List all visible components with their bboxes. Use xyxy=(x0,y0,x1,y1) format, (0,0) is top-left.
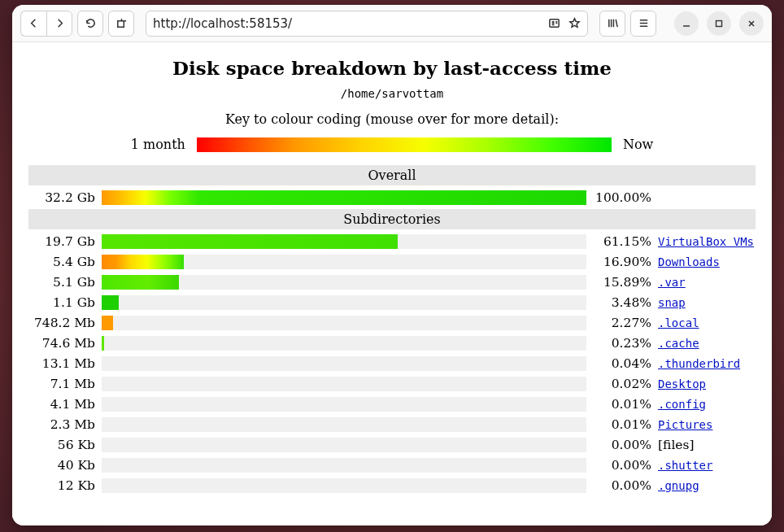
forward-button[interactable] xyxy=(46,11,72,37)
subdir-link[interactable]: Downloads xyxy=(658,255,720,268)
reload-button[interactable] xyxy=(77,11,103,37)
library-button[interactable] xyxy=(599,11,625,37)
new-tab-icon xyxy=(115,17,128,29)
subdir-link[interactable]: VirtualBox VMs xyxy=(658,235,754,248)
subdir-name: [files] xyxy=(658,438,695,452)
table-row: 5.1 Gb15.89%.var xyxy=(28,272,756,292)
size-cell: 1.1 Gb xyxy=(28,295,95,310)
table-row: 5.4 Gb16.90%Downloads xyxy=(28,251,756,272)
subdir-link[interactable]: .cache xyxy=(658,337,699,350)
bar-cell[interactable] xyxy=(102,397,586,412)
bookmark-star-icon[interactable] xyxy=(568,17,581,29)
bar-cell[interactable] xyxy=(102,417,586,432)
app-menu-button[interactable] xyxy=(630,11,656,37)
library-icon xyxy=(607,17,619,29)
overall-bar-fill xyxy=(102,190,586,205)
subdir-link[interactable]: .local xyxy=(658,316,699,329)
subdir-link[interactable]: Desktop xyxy=(658,377,706,390)
bar-fill xyxy=(102,275,179,290)
subdir-link[interactable]: .gnupg xyxy=(658,479,699,492)
minimize-icon xyxy=(682,19,691,28)
subdir-rows: 19.7 Gb61.15%VirtualBox VMs5.4 Gb16.90%D… xyxy=(28,231,756,495)
table-row: 7.1 Mb0.02%Desktop xyxy=(28,373,756,394)
subdir-link[interactable]: .thunderbird xyxy=(658,357,740,370)
bar-fill xyxy=(102,255,184,269)
size-cell: 40 Kb xyxy=(28,458,95,473)
percent-cell: 0.00% xyxy=(593,478,651,493)
bar-cell[interactable] xyxy=(102,438,586,452)
nav-group xyxy=(20,11,72,37)
url-bar[interactable]: http://localhost:58153/ xyxy=(146,11,588,37)
window-maximize-button[interactable] xyxy=(707,11,731,36)
bar-cell[interactable] xyxy=(102,377,586,391)
percent-cell: 3.48% xyxy=(593,295,651,310)
window-minimize-button[interactable] xyxy=(674,11,699,36)
size-cell: 7.1 Mb xyxy=(28,377,95,391)
name-cell: snap xyxy=(658,296,756,309)
name-cell: Downloads xyxy=(658,255,756,268)
reload-icon xyxy=(85,17,97,29)
name-cell: .thunderbird xyxy=(658,357,756,370)
size-cell: 56 Kb xyxy=(28,438,95,452)
name-cell: VirtualBox VMs xyxy=(658,235,756,248)
table-row: 1.1 Gb3.48%snap xyxy=(28,292,756,312)
chevron-right-icon xyxy=(54,17,66,29)
window-close-button[interactable] xyxy=(739,11,764,36)
table-row: 12 Kb0.00%.gnupg xyxy=(28,475,756,495)
percent-cell: 0.23% xyxy=(593,336,651,351)
back-button[interactable] xyxy=(20,11,46,37)
new-tab-button[interactable] xyxy=(108,11,134,37)
legend-left-label: 1 month xyxy=(131,137,185,152)
subdir-link[interactable]: snap xyxy=(658,296,686,309)
bar-cell[interactable] xyxy=(102,275,586,290)
name-cell: .gnupg xyxy=(658,479,756,492)
size-cell: 19.7 Gb xyxy=(28,234,95,249)
name-cell: .cache xyxy=(658,337,756,350)
percent-cell: 0.04% xyxy=(593,356,651,371)
size-cell: 2.3 Mb xyxy=(28,417,95,432)
bar-cell[interactable] xyxy=(102,255,586,269)
subdir-link[interactable]: .config xyxy=(658,398,706,411)
subdir-link[interactable]: .var xyxy=(658,276,686,289)
table-row: 40 Kb0.00%.shutter xyxy=(28,455,756,475)
overall-row: 32.2 Gb 100.00% xyxy=(28,187,756,207)
svg-rect-1 xyxy=(716,20,722,26)
bar-fill xyxy=(102,336,104,351)
url-actions xyxy=(548,17,581,29)
bar-cell[interactable] xyxy=(102,295,586,310)
page-title: Disk space breakdown by last-access time xyxy=(28,57,756,79)
reader-mode-icon[interactable] xyxy=(548,17,560,29)
bar-cell[interactable] xyxy=(102,458,586,473)
table-row: 2.3 Mb0.01%Pictures xyxy=(28,414,756,434)
table-row: 74.6 Mb0.23%.cache xyxy=(28,333,756,353)
overall-bar[interactable] xyxy=(102,190,586,205)
browser-window: http://localhost:58153/ Disk space break… xyxy=(12,5,772,525)
name-cell: .var xyxy=(658,276,756,289)
percent-cell: 2.27% xyxy=(593,316,651,330)
bar-cell[interactable] xyxy=(102,336,586,351)
table-row: 56 Kb0.00%[files] xyxy=(28,434,756,455)
legend-gradient[interactable] xyxy=(197,137,612,152)
bar-fill xyxy=(102,295,119,310)
section-header-overall: Overall xyxy=(28,165,756,185)
name-cell: Pictures xyxy=(658,418,756,431)
table-row: 4.1 Mb0.01%.config xyxy=(28,394,756,414)
size-cell: 748.2 Mb xyxy=(28,316,95,330)
percent-cell: 0.00% xyxy=(593,438,651,452)
name-cell: .shutter xyxy=(658,459,756,472)
bar-cell[interactable] xyxy=(102,356,586,371)
page-content: Disk space breakdown by last-access time… xyxy=(12,42,772,525)
bar-cell[interactable] xyxy=(102,478,586,493)
subdir-link[interactable]: Pictures xyxy=(658,418,712,431)
name-cell: [files] xyxy=(658,438,756,452)
name-cell: .config xyxy=(658,398,756,411)
percent-cell: 16.90% xyxy=(593,255,651,269)
size-cell: 12 Kb xyxy=(28,478,95,493)
subdir-link[interactable]: .shutter xyxy=(658,459,712,472)
percent-cell: 61.15% xyxy=(593,234,651,249)
table-row: 13.1 Mb0.04%.thunderbird xyxy=(28,353,756,373)
url-text[interactable]: http://localhost:58153/ xyxy=(153,16,548,31)
bar-cell[interactable] xyxy=(102,316,586,330)
current-path: /home/sarvottam xyxy=(28,87,756,100)
bar-cell[interactable] xyxy=(102,234,586,249)
